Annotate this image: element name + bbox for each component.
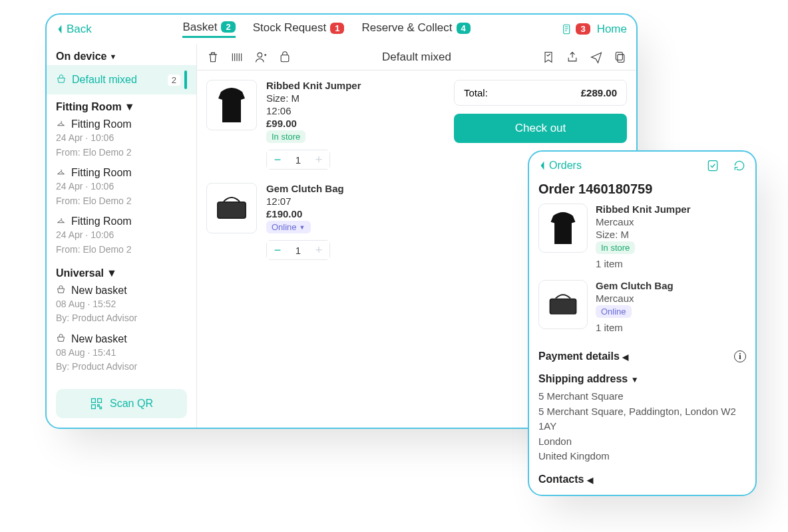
back-label: Back <box>67 23 92 36</box>
item-qty: 1 item <box>596 258 691 269</box>
contacts-toggle[interactable]: Contacts ◀ <box>538 467 746 489</box>
bag-icon[interactable] <box>278 51 292 64</box>
back-button[interactable]: Back <box>56 23 92 36</box>
tab-reserve-collect[interactable]: Reserve & Collect 4 <box>361 21 470 38</box>
availability-tag[interactable]: Online▼ <box>266 221 311 233</box>
bag-icon <box>546 292 580 317</box>
section-universal[interactable]: Universal ▼ <box>47 261 196 281</box>
tab-badge: 1 <box>330 23 344 34</box>
bookmark-icon[interactable] <box>542 51 555 64</box>
product-name: Ribbed Knit Jumper <box>596 203 691 215</box>
copy-icon[interactable] <box>614 51 627 64</box>
product-thumbnail[interactable] <box>206 183 257 233</box>
info-icon[interactable]: i <box>734 350 746 362</box>
shipping-address-toggle[interactable]: Shipping address ▼ <box>538 366 746 389</box>
order-title: Order 1460180759 <box>538 182 746 197</box>
address-line: United Kingdom <box>538 449 746 464</box>
chevron-down-icon: ▼ <box>299 224 305 231</box>
tab-label: Stock Request <box>253 21 327 35</box>
check-note-icon[interactable] <box>706 159 719 172</box>
sidebar-item-fitting-room[interactable]: Fitting Room 24 Apr · 10:06 From: Elo De… <box>47 163 196 211</box>
product-price: £99.00 <box>266 118 361 129</box>
order-item: Gem Clutch Bag Mercaux Online 1 item <box>538 280 746 333</box>
section-title: Fitting Room <box>56 101 122 113</box>
item-qty: 1 item <box>596 322 674 333</box>
barcode-icon[interactable] <box>230 51 244 64</box>
sidebar-item-meta: 08 Aug · 15:41 <box>56 346 187 360</box>
order-thumbnail[interactable] <box>538 203 588 253</box>
tab-label: Reserve & Collect <box>361 21 452 35</box>
order-item: Ribbed Knit Jumper Mercaux Size: M In st… <box>538 203 746 269</box>
svg-rect-1 <box>92 399 96 403</box>
tab-basket[interactable]: Basket 2 <box>182 21 235 38</box>
sweater-icon <box>214 86 249 124</box>
product-name: Gem Clutch Bag <box>596 280 674 291</box>
checkout-button[interactable]: Check out <box>454 114 627 143</box>
product-name: Ribbed Knit Jumper <box>266 80 361 91</box>
product-time: 12:06 <box>266 105 361 116</box>
accordion-label: Contacts <box>538 473 584 485</box>
sidebar-item-label: New basket <box>71 285 127 297</box>
svg-rect-5 <box>281 55 289 61</box>
sidebar-item-fitting-room[interactable]: Fitting Room 24 Apr · 10:06 From: Elo De… <box>47 114 196 163</box>
sidebar-item-new-basket[interactable]: New basket 08 Aug · 15:41 By: Product Ad… <box>47 329 196 378</box>
sidebar-item-meta: 24 Apr · 10:06 <box>56 229 187 242</box>
tab-stock-request[interactable]: Stock Request 1 <box>253 21 345 38</box>
product-name: Gem Clutch Bag <box>266 183 344 194</box>
decrement-button[interactable]: − <box>267 241 288 259</box>
chevron-left-icon: ◀ <box>587 475 593 485</box>
sidebar-item-label: Fitting Room <box>71 118 132 130</box>
home-link[interactable]: Home <box>597 23 627 36</box>
tab-badge: 4 <box>457 23 471 34</box>
quantity-stepper: − 1 + <box>266 240 330 260</box>
tag-label: In store <box>272 132 300 142</box>
chevron-down-icon: ▼ <box>631 375 639 384</box>
back-label: Orders <box>549 160 582 172</box>
product-brand: Mercaux <box>596 216 691 227</box>
product-info: Ribbed Knit Jumper Size: M 12:06 £99.00 … <box>266 80 361 170</box>
accordion-label: Payment details <box>538 350 620 362</box>
trash-icon[interactable] <box>206 51 220 64</box>
address-line: London <box>538 434 746 450</box>
product-thumbnail[interactable] <box>206 80 257 130</box>
checkout-label: Check out <box>515 122 566 135</box>
decrement-button[interactable]: − <box>267 150 288 169</box>
total-row: Total: £289.00 <box>454 80 627 106</box>
svg-point-4 <box>258 53 262 57</box>
availability-tag: In store <box>596 241 635 254</box>
order-thumbnail[interactable] <box>538 280 588 329</box>
sweater-icon <box>547 211 579 245</box>
topbar: Back Basket 2 Stock Request 1 Reserve & … <box>47 15 636 44</box>
add-person-icon[interactable] <box>254 51 268 64</box>
section-fitting-room[interactable]: Fitting Room ▼ <box>47 94 196 114</box>
chevron-down-icon: ▼ <box>109 53 116 61</box>
hanger-icon <box>56 217 66 227</box>
phone-topbar: Orders <box>529 152 755 179</box>
sidebar-item-meta: By: Product Advisor <box>56 312 187 325</box>
tag-label: In store <box>601 243 630 253</box>
quantity-stepper: − 1 + <box>266 150 330 170</box>
share-icon[interactable] <box>566 51 579 64</box>
sidebar-item-meta: 08 Aug · 15:52 <box>56 298 187 311</box>
scan-qr-button[interactable]: Scan QR <box>56 389 187 418</box>
payment-details-toggle[interactable]: Payment details ◀ i <box>538 344 746 366</box>
basket-icon <box>56 74 67 85</box>
notifications-button[interactable]: 3 <box>561 23 590 35</box>
increment-button[interactable]: + <box>308 241 329 259</box>
sidebar-item-default-mixed[interactable]: Default mixed 2 <box>47 65 196 94</box>
section-on-device[interactable]: On device ▼ <box>47 44 196 65</box>
sidebar-item-new-basket[interactable]: New basket 08 Aug · 15:52 By: Product Ad… <box>47 281 196 329</box>
orders-back-button[interactable]: Orders <box>538 160 582 172</box>
chevron-down-icon: ▼ <box>124 101 135 113</box>
top-tabs: Basket 2 Stock Request 1 Reserve & Colle… <box>92 21 562 38</box>
refresh-icon[interactable] <box>733 159 746 172</box>
sidebar-item-fitting-room[interactable]: Fitting Room 24 Apr · 10:06 From: Elo De… <box>47 211 196 260</box>
send-icon[interactable] <box>590 51 603 64</box>
toolbar-right <box>542 51 627 64</box>
receipt-icon <box>561 23 573 35</box>
increment-button[interactable]: + <box>308 150 329 169</box>
topbar-right: 3 Home <box>561 23 627 36</box>
total-value: £289.00 <box>581 87 617 98</box>
svg-rect-12 <box>550 300 575 313</box>
scan-qr-label: Scan QR <box>110 398 153 410</box>
